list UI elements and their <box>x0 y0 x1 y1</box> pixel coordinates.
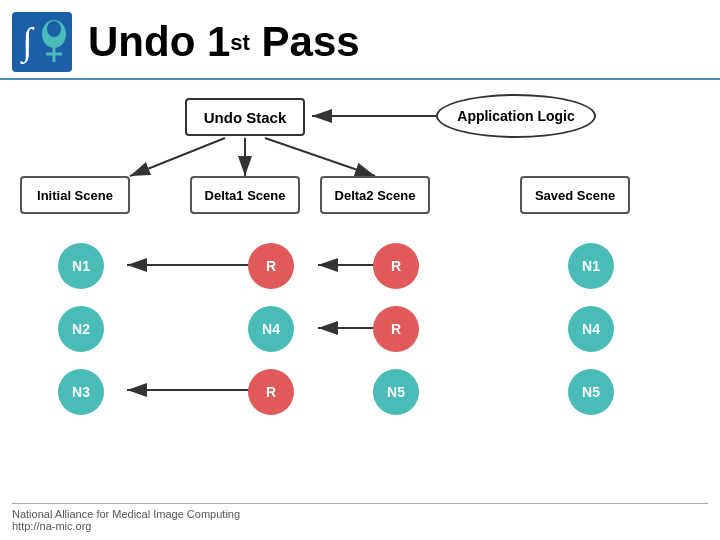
node-row2-r: R <box>373 306 419 352</box>
arrows-svg <box>0 80 720 510</box>
undo-stack-label: Undo Stack <box>204 109 287 126</box>
scene-label-saved: Saved Scene <box>520 176 630 214</box>
node-row2-n2: N2 <box>58 306 104 352</box>
scene-label-initial: Initial Scene <box>20 176 130 214</box>
node-row1-r1: R <box>248 243 294 289</box>
footer-line1: National Alliance for Medical Image Comp… <box>12 508 708 520</box>
node-row3-r: R <box>248 369 294 415</box>
node-row1-r2: R <box>373 243 419 289</box>
footer-line2: http://na-mic.org <box>12 520 708 532</box>
svg-line-9 <box>130 138 225 176</box>
node-row1-n1-saved: N1 <box>568 243 614 289</box>
app-logic-label: Application Logic <box>457 108 574 124</box>
app-logic-box: Application Logic <box>436 94 596 138</box>
logo-icon: ∫ <box>12 12 72 72</box>
node-row2-n4-saved: N4 <box>568 306 614 352</box>
svg-point-3 <box>47 21 61 37</box>
node-row3-n3: N3 <box>58 369 104 415</box>
node-row3-n5-saved: N5 <box>568 369 614 415</box>
node-row3-n5: N5 <box>373 369 419 415</box>
undo-stack-box: Undo Stack <box>185 98 305 136</box>
diagram-area: Undo Stack Application Logic Initial Sce… <box>0 80 720 510</box>
footer: National Alliance for Medical Image Comp… <box>12 503 708 532</box>
scene-label-delta1: Delta1 Scene <box>190 176 300 214</box>
svg-line-11 <box>265 138 375 176</box>
node-row1-n1: N1 <box>58 243 104 289</box>
page-title: Undo 1st Pass <box>88 18 360 66</box>
scene-label-delta2: Delta2 Scene <box>320 176 430 214</box>
node-row2-n4: N4 <box>248 306 294 352</box>
header: ∫ Undo 1st Pass <box>0 0 720 80</box>
